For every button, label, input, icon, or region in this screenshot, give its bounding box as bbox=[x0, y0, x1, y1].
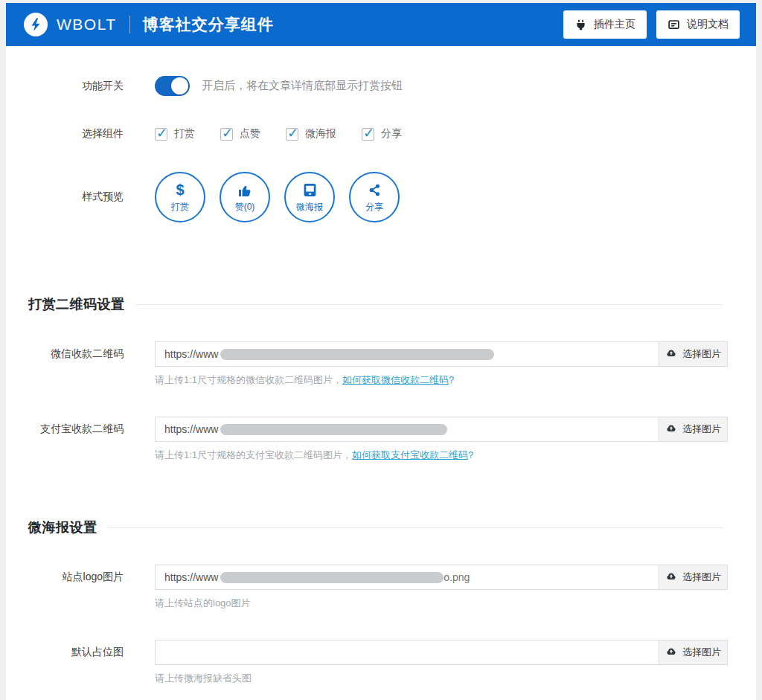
plugin-home-button[interactable]: 插件主页 bbox=[563, 10, 647, 39]
alipay-qr-input[interactable]: https://www bbox=[156, 417, 659, 441]
wechat-qr-help-link[interactable]: 如何获取微信收款二维码 bbox=[342, 374, 449, 385]
upload-cloud-icon bbox=[665, 347, 677, 362]
thumbs-up-icon bbox=[237, 182, 252, 199]
select-image-label: 选择图片 bbox=[682, 423, 721, 436]
preview-label: 样式预览 bbox=[6, 190, 155, 204]
upload-cloud-icon bbox=[665, 646, 677, 660]
site-logo-row: 站点logo图片 https://www o.png bbox=[6, 565, 756, 610]
checkbox-icon: ✓ bbox=[220, 128, 233, 141]
preview-like-label: 赞(0) bbox=[235, 201, 255, 213]
preview-like-button[interactable]: 赞(0) bbox=[220, 172, 270, 222]
url-prefix: https://www bbox=[164, 423, 218, 435]
help-prefix: 请上传1:1尺寸规格的微信收款二维码图片， bbox=[155, 374, 342, 385]
components-row: 选择组件 ✓ 打赏 ✓ 点赞 ✓ 微海报 ✓ 分享 bbox=[6, 127, 756, 141]
wechat-qr-select-image-button[interactable]: 选择图片 bbox=[659, 342, 727, 366]
redacted-url bbox=[220, 349, 494, 360]
help-suffix: ? bbox=[449, 374, 454, 385]
checkbox-icon: ✓ bbox=[286, 128, 298, 141]
alipay-qr-select-image-button[interactable]: 选择图片 bbox=[659, 417, 727, 441]
switch-row: 功能开关 开启后，将在文章详情底部显示打赏按钮 bbox=[6, 76, 756, 96]
preview-reward-button[interactable]: $ 打赏 bbox=[155, 172, 205, 222]
redacted-url bbox=[220, 572, 444, 583]
brand-name: WBOLT bbox=[57, 16, 117, 33]
wechat-qr-row: 微信收款二维码 https://www bbox=[6, 341, 756, 387]
preview-share-label: 分享 bbox=[365, 201, 383, 213]
alipay-qr-row: 支付宝收款二维码 https://www bbox=[6, 417, 756, 462]
docs-label: 说明文档 bbox=[687, 18, 729, 31]
poster-section-title: 微海报设置 bbox=[28, 518, 97, 536]
site-logo-help: 请上传站点的logo图片 bbox=[155, 597, 728, 610]
qr-section-header: 打赏二维码设置 bbox=[6, 295, 756, 313]
alipay-qr-help: 请上传1:1尺寸规格的支付宝收款二维码图片，如何获取支付宝收款二维码? bbox=[155, 449, 728, 462]
checkbox-poster-label: 微海报 bbox=[305, 127, 336, 141]
site-logo-select-image-button[interactable]: 选择图片 bbox=[659, 565, 727, 589]
wechat-qr-help: 请上传1:1尺寸规格的微信收款二维码图片，如何获取微信收款二维码? bbox=[155, 373, 728, 387]
checkbox-icon: ✓ bbox=[155, 128, 167, 141]
poster-section-header: 微海报设置 bbox=[6, 518, 756, 536]
site-logo-label: 站点logo图片 bbox=[6, 565, 155, 584]
placeholder-image-label: 默认占位图 bbox=[6, 640, 155, 659]
url-suffix: o.png bbox=[444, 571, 470, 583]
document-icon bbox=[667, 19, 680, 31]
toggle-knob bbox=[171, 77, 188, 94]
site-logo-input[interactable]: https://www o.png bbox=[156, 565, 659, 589]
checkbox-icon: ✓ bbox=[362, 128, 374, 141]
settings-form: 功能开关 开启后，将在文章详情底部显示打赏按钮 选择组件 ✓ 打赏 ✓ 点赞 ✓ bbox=[6, 46, 756, 700]
checkbox-reward[interactable]: ✓ 打赏 bbox=[155, 127, 195, 141]
help-suffix: ? bbox=[468, 449, 473, 460]
select-image-label: 选择图片 bbox=[682, 347, 721, 361]
components-checkbox-group: ✓ 打赏 ✓ 点赞 ✓ 微海报 ✓ 分享 bbox=[155, 127, 427, 141]
wechat-qr-label: 微信收款二维码 bbox=[6, 341, 155, 361]
checkbox-poster[interactable]: ✓ 微海报 bbox=[286, 127, 336, 141]
help-prefix: 请上传1:1尺寸规格的支付宝收款二维码图片， bbox=[155, 449, 352, 460]
section-divider bbox=[135, 304, 723, 305]
checkbox-like[interactable]: ✓ 点赞 bbox=[220, 127, 260, 141]
redacted-url bbox=[220, 424, 447, 435]
select-image-label: 选择图片 bbox=[682, 646, 721, 659]
plugin-home-label: 插件主页 bbox=[594, 18, 635, 31]
share-icon bbox=[368, 182, 382, 199]
poster-icon bbox=[302, 182, 318, 199]
upload-cloud-icon bbox=[665, 423, 677, 437]
placeholder-image-row: 默认占位图 bbox=[6, 640, 756, 685]
checkbox-share[interactable]: ✓ 分享 bbox=[362, 127, 402, 141]
select-image-label: 选择图片 bbox=[682, 571, 721, 584]
url-prefix: https://www bbox=[164, 348, 218, 360]
qr-section-title: 打赏二维码设置 bbox=[28, 295, 125, 313]
docs-button[interactable]: 说明文档 bbox=[656, 10, 740, 39]
header-divider bbox=[129, 16, 130, 33]
dollar-icon: $ bbox=[176, 182, 184, 199]
switch-label: 功能开关 bbox=[6, 80, 155, 93]
feature-toggle[interactable] bbox=[155, 76, 190, 96]
checkbox-like-label: 点赞 bbox=[240, 127, 260, 141]
poster-section: 微海报设置 站点logo图片 https://www o.png bbox=[6, 518, 756, 685]
switch-description: 开启后，将在文章详情底部显示打赏按钮 bbox=[202, 79, 403, 93]
header-bar: WBOLT 博客社交分享组件 插件主页 说明文档 bbox=[6, 3, 756, 46]
wbolt-logo-icon bbox=[24, 13, 48, 36]
help-prefix: 请上传微海报缺省头图 bbox=[155, 672, 252, 684]
plugin-settings-page: WBOLT 博客社交分享组件 插件主页 说明文档 bbox=[6, 3, 756, 700]
help-prefix: 请上传站点的logo图片 bbox=[155, 597, 251, 609]
page-title: 博客社交分享组件 bbox=[143, 14, 274, 35]
section-divider bbox=[108, 527, 723, 528]
upload-cloud-icon bbox=[665, 571, 677, 585]
preview-poster-button[interactable]: 微海报 bbox=[284, 172, 335, 222]
qr-section: 打赏二维码设置 微信收款二维码 https://www bbox=[6, 295, 756, 462]
wechat-qr-input[interactable]: https://www bbox=[156, 342, 659, 366]
plug-icon bbox=[574, 19, 587, 31]
preview-share-button[interactable]: 分享 bbox=[349, 172, 400, 222]
placeholder-image-input[interactable] bbox=[156, 640, 659, 664]
checkbox-reward-label: 打赏 bbox=[174, 127, 195, 141]
alipay-qr-label: 支付宝收款二维码 bbox=[6, 417, 155, 436]
preview-row: 样式预览 $ 打赏 赞(0) bbox=[6, 172, 756, 222]
preview-poster-label: 微海报 bbox=[296, 201, 323, 213]
placeholder-image-help: 请上传微海报缺省头图 bbox=[155, 672, 728, 685]
components-label: 选择组件 bbox=[6, 127, 155, 141]
checkbox-share-label: 分享 bbox=[381, 127, 402, 141]
url-prefix: https://www bbox=[164, 571, 218, 583]
preview-reward-label: 打赏 bbox=[171, 201, 189, 213]
alipay-qr-help-link[interactable]: 如何获取支付宝收款二维码 bbox=[352, 449, 468, 460]
preview-group: $ 打赏 赞(0) bbox=[155, 172, 414, 222]
placeholder-select-image-button[interactable]: 选择图片 bbox=[659, 640, 727, 664]
